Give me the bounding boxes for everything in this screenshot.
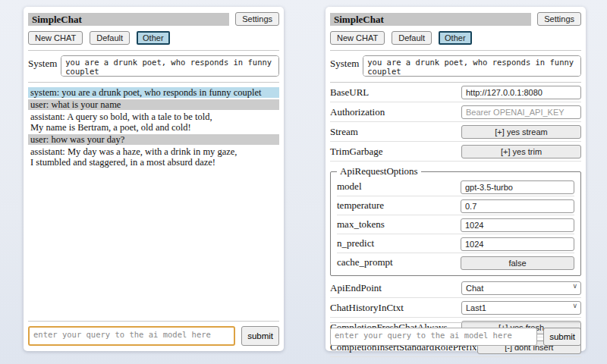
- temperature-label: temperature: [337, 199, 384, 212]
- chat-history-in-ctxt-label: ChatHistoryInCtxt: [330, 302, 404, 314]
- baseurl-input[interactable]: [461, 86, 581, 99]
- api-request-options-fieldset: ApiRequestOptions model temperature max_…: [330, 165, 581, 276]
- api-endpoint-label: ApiEndPoint: [330, 282, 382, 294]
- new-chat-button[interactable]: New CHAT: [330, 31, 385, 45]
- setting-row-stream: Stream [+] yes stream: [330, 122, 581, 142]
- chat-panel: SimpleChat Settings New CHAT Default Oth…: [24, 7, 284, 351]
- settings-button[interactable]: Settings: [537, 12, 581, 26]
- divider: [28, 321, 279, 322]
- divider: [330, 50, 581, 51]
- app-title: SimpleChat: [330, 13, 531, 26]
- system-label: System: [330, 55, 359, 70]
- session-tab-other[interactable]: Other: [137, 31, 170, 45]
- stream-label: Stream: [330, 126, 358, 138]
- system-prompt-input[interactable]: you are a drunk poet, who responds in fu…: [61, 55, 279, 77]
- settings-button[interactable]: Settings: [235, 12, 279, 26]
- query-input[interactable]: [330, 328, 537, 346]
- setting-row-cache-prompt: cache_prompt false: [337, 253, 574, 271]
- header: SimpleChat Settings: [330, 12, 581, 26]
- stream-toggle-button[interactable]: [+] yes stream: [461, 125, 581, 139]
- system-label: System: [28, 55, 57, 70]
- n-predict-input[interactable]: [461, 237, 574, 251]
- trimgarbage-toggle-button[interactable]: [+] yes trim: [461, 145, 581, 158]
- system-prompt-input[interactable]: you are a drunk poet, who responds in fu…: [363, 55, 581, 77]
- chat-message: assistant: A query so bold, with a tale …: [28, 111, 279, 133]
- query-input-bar: submit: [330, 317, 581, 346]
- chat-message: system: you are a drunk poet, who respon…: [28, 87, 279, 98]
- session-toolbar: New CHAT Default Other: [330, 31, 581, 45]
- cache-prompt-label: cache_prompt: [337, 256, 393, 268]
- setting-row-model: model: [337, 177, 574, 196]
- setting-row-authorization: Authorization: [330, 102, 581, 122]
- submit-button[interactable]: submit: [241, 326, 279, 346]
- chat-history-in-ctxt-select[interactable]: Last1: [461, 301, 581, 315]
- session-tab-default[interactable]: Default: [90, 31, 130, 45]
- authorization-input[interactable]: [461, 105, 581, 119]
- settings-panel: SimpleChat Settings New CHAT Default Oth…: [326, 7, 586, 351]
- chat-message: user: how was your day?: [28, 134, 279, 145]
- n-predict-label: n_predict: [337, 237, 374, 249]
- query-input-bar: submit: [28, 315, 279, 346]
- divider: [28, 50, 279, 51]
- trimgarbage-label: TrimGarbage: [330, 146, 383, 158]
- model-label: model: [337, 180, 362, 193]
- chat-message: assistant: My day was a haze, with a dri…: [28, 146, 279, 168]
- model-input[interactable]: [461, 180, 574, 194]
- setting-row-temperature: temperature: [337, 196, 574, 215]
- setting-row-n-predict: n_predict: [337, 234, 574, 253]
- divider: [330, 322, 581, 323]
- temperature-input[interactable]: [461, 199, 574, 213]
- setting-row-chat-history-in-ctxt: ChatHistoryInCtxt Last1 ∨: [330, 298, 581, 318]
- header: SimpleChat Settings: [28, 12, 279, 26]
- max-tokens-label: max_tokens: [337, 218, 385, 231]
- new-chat-button[interactable]: New CHAT: [28, 31, 83, 45]
- api-request-options-legend: ApiRequestOptions: [337, 165, 421, 177]
- system-prompt-row: System you are a drunk poet, who respond…: [28, 55, 279, 77]
- setting-row-trimgarbage: TrimGarbage [+] yes trim: [330, 142, 581, 162]
- chat-transcript: system: you are a drunk poet, who respon…: [28, 87, 279, 168]
- query-input[interactable]: [28, 326, 235, 346]
- system-prompt-row: System you are a drunk poet, who respond…: [330, 55, 581, 77]
- baseurl-label: BaseURL: [330, 86, 369, 99]
- submit-button[interactable]: submit: [543, 328, 581, 346]
- setting-row-baseurl: BaseURL: [330, 83, 581, 102]
- divider: [28, 82, 279, 83]
- cache-prompt-toggle-button[interactable]: false: [461, 256, 574, 270]
- setting-row-api-endpoint: ApiEndPoint Chat ∨: [330, 278, 581, 298]
- max-tokens-input[interactable]: [461, 218, 574, 232]
- session-tab-default[interactable]: Default: [392, 31, 432, 45]
- setting-row-max-tokens: max_tokens: [337, 215, 574, 234]
- authorization-label: Authorization: [330, 106, 385, 118]
- chat-message: user: what is your name: [28, 99, 279, 110]
- app-title: SimpleChat: [28, 13, 229, 26]
- session-tab-other[interactable]: Other: [439, 31, 472, 45]
- session-toolbar: New CHAT Default Other: [28, 31, 279, 45]
- api-endpoint-select[interactable]: Chat: [461, 281, 581, 295]
